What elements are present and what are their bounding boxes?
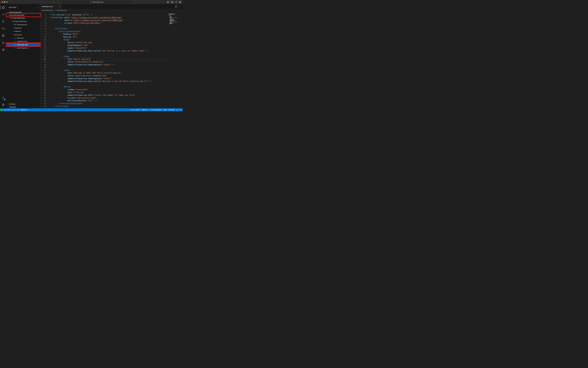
code-line-22[interactable]: 22 Text="Welcome to &#10;.NET Multi-plat… bbox=[40, 72, 183, 74]
code-line-26[interactable]: 26 bbox=[40, 83, 183, 86]
code-line-10[interactable]: 10 <Image bbox=[40, 38, 183, 41]
line-number[interactable]: 13 bbox=[40, 47, 46, 50]
line-number[interactable]: 33 bbox=[40, 102, 46, 105]
line-number[interactable]: 7 bbox=[40, 30, 46, 33]
line-number[interactable]: 22 bbox=[40, 72, 46, 74]
code-line-1[interactable]: 1<?xml version="1.0" encoding="utf-8" ?> bbox=[40, 14, 183, 16]
indentation-indicator[interactable]: Spaces: 4 bbox=[141, 108, 149, 111]
code-editor[interactable]: 1<?xml version="1.0" encoding="utf-8" ?>… bbox=[40, 12, 183, 108]
code-line-30[interactable]: 30 SemanticProperties.Hint="Counts the n… bbox=[40, 94, 183, 97]
line-number[interactable]: 34 bbox=[40, 105, 46, 108]
line-number[interactable]: 1 bbox=[40, 14, 46, 16]
line-number[interactable]: 16 bbox=[40, 55, 46, 58]
status-circle-indicator[interactable] bbox=[175, 108, 179, 111]
line-content[interactable]: </VerticalStackLayout> bbox=[50, 102, 167, 105]
code-line-29[interactable]: 29 Text="Click me" bbox=[40, 91, 183, 94]
breadcrumb-project[interactable]: MyFirstMauiApp bbox=[42, 9, 53, 11]
remote-indicator[interactable]: >< bbox=[0, 108, 3, 111]
code-line-25[interactable]: 25 SemanticProperties.Description="Welco… bbox=[40, 80, 183, 83]
line-number[interactable]: 26 bbox=[40, 83, 46, 86]
problems-indicator[interactable]: ⊘ 0 ⚠ 0 bbox=[3, 108, 11, 111]
chevron-right-icon[interactable] bbox=[13, 41, 14, 42]
encoding-indicator[interactable]: UTF-8 with BOM bbox=[149, 108, 162, 111]
line-content[interactable]: Source="dotnet_bot.png" bbox=[50, 41, 167, 44]
activitybar-source-control[interactable] bbox=[0, 18, 7, 25]
line-content[interactable]: <Label bbox=[50, 55, 167, 58]
explorer-more-actions-icon[interactable]: ⋯ bbox=[36, 6, 38, 9]
line-number[interactable]: 31 bbox=[40, 97, 46, 100]
line-content[interactable]: <Label bbox=[50, 69, 167, 72]
line-number[interactable]: 14 bbox=[40, 50, 46, 52]
debug-indicator[interactable] bbox=[16, 108, 20, 111]
toggle-primary-sidebar-icon[interactable] bbox=[167, 1, 170, 3]
line-content[interactable]: SemanticProperties.HeadingLevel="Level2" bbox=[50, 77, 167, 80]
activitybar-extensions[interactable] bbox=[0, 32, 7, 39]
line-content[interactable]: </ScrollView> bbox=[50, 105, 167, 108]
code-line-12[interactable]: 12 HeightRequest="185" bbox=[40, 44, 183, 47]
code-line-24[interactable]: 24 SemanticProperties.HeadingLevel="Leve… bbox=[40, 77, 183, 80]
line-number[interactable]: 24 bbox=[40, 77, 46, 80]
line-content[interactable]: <ScrollView> bbox=[50, 27, 167, 30]
line-content[interactable]: Text="Welcome to &#10;.NET Multi-platfor… bbox=[50, 72, 167, 74]
line-number[interactable]: 28 bbox=[40, 88, 46, 91]
activitybar-explorer[interactable] bbox=[0, 4, 7, 11]
line-content[interactable]: Spacing="25"> bbox=[50, 36, 167, 38]
line-content[interactable]: SemanticProperties.HeadingLevel="Level1"… bbox=[50, 64, 167, 66]
tree-item-mauiprogram-cs[interactable]: C#MauiProgram.cs bbox=[7, 46, 40, 50]
line-content[interactable] bbox=[50, 83, 167, 86]
code-line-6[interactable]: 6 <ScrollView> bbox=[40, 27, 183, 30]
line-content[interactable]: <Image bbox=[50, 38, 167, 41]
line-number[interactable]: 6 bbox=[40, 27, 46, 30]
code-line-28[interactable]: 28 x:Name="CounterBtn" bbox=[40, 88, 183, 91]
code-line-5[interactable]: 5 bbox=[40, 25, 183, 27]
code-line-11[interactable]: 11 Source="dotnet_bot.png" bbox=[40, 41, 183, 44]
line-content[interactable]: Clicked="OnCounterClicked" bbox=[50, 97, 167, 100]
code-line-23[interactable]: 23 Style="{StaticResource SubHeadline}" bbox=[40, 74, 183, 77]
line-number[interactable]: 10 bbox=[40, 38, 46, 41]
code-line-14[interactable]: 14 SemanticProperties.Description="dot n… bbox=[40, 50, 183, 52]
chevron-right-icon[interactable] bbox=[13, 31, 14, 32]
code-line-15[interactable]: 15 bbox=[40, 52, 183, 55]
code-line-9[interactable]: 9 Spacing="25"> bbox=[40, 36, 183, 38]
line-content[interactable]: Text="Click me" bbox=[50, 91, 167, 94]
line-content[interactable]: <ContentPage xmlns="http://schemas.micro… bbox=[50, 16, 167, 19]
cursor-position-indicator[interactable]: Ln 17, Col 37 bbox=[130, 108, 141, 111]
line-content[interactable] bbox=[50, 66, 167, 69]
code-line-20[interactable]: 20 bbox=[40, 66, 183, 69]
back-button[interactable]: ← bbox=[53, 1, 55, 3]
code-line-31[interactable]: 31 Clicked="OnCounterClicked" bbox=[40, 97, 183, 100]
line-content[interactable]: SemanticProperties.Description="Welcome … bbox=[50, 80, 167, 83]
projects-indicator[interactable]: Projects: 1 bbox=[20, 108, 28, 111]
activitybar-run-debug[interactable] bbox=[0, 25, 7, 32]
chevron-right-icon[interactable] bbox=[13, 34, 14, 36]
customize-layout-icon[interactable] bbox=[179, 1, 181, 3]
close-tab-icon[interactable]: ✕ bbox=[59, 6, 61, 7]
chevron-right-icon[interactable] bbox=[13, 24, 14, 26]
line-number[interactable]: 4 bbox=[40, 22, 46, 25]
editor-more-actions-icon[interactable]: ⋯ bbox=[179, 5, 181, 8]
line-content[interactable]: Style="{StaticResource SubHeadline}" bbox=[50, 74, 167, 77]
line-number[interactable]: 25 bbox=[40, 80, 46, 83]
close-window-button[interactable] bbox=[1, 1, 3, 3]
line-number[interactable]: 32 bbox=[40, 99, 46, 102]
line-number[interactable]: 17 bbox=[40, 58, 46, 61]
line-content[interactable]: SemanticProperties.Description="dot net … bbox=[50, 50, 167, 52]
line-number[interactable]: 30 bbox=[40, 94, 46, 97]
activitybar-dotnet-maui[interactable] bbox=[0, 46, 7, 54]
line-content[interactable]: <VerticalStackLayout bbox=[50, 30, 167, 33]
chevron-down-icon[interactable] bbox=[9, 17, 11, 19]
tree-item-resources[interactable]: Resources bbox=[7, 33, 40, 36]
line-number[interactable]: 11 bbox=[40, 41, 46, 44]
line-number[interactable]: 21 bbox=[40, 69, 46, 72]
activitybar-testing[interactable] bbox=[0, 39, 7, 46]
line-content[interactable]: HeightRequest="185" bbox=[50, 44, 167, 47]
split-editor-icon[interactable] bbox=[175, 6, 177, 8]
line-number[interactable]: 9 bbox=[40, 36, 46, 38]
code-line-27[interactable]: 27 <Button bbox=[40, 85, 183, 88]
toggle-secondary-sidebar-icon[interactable] bbox=[175, 1, 177, 3]
zoom-window-button[interactable] bbox=[6, 1, 8, 3]
tree-item-platforms[interactable]: Platforms bbox=[7, 30, 40, 33]
line-content[interactable]: <Button bbox=[50, 85, 167, 88]
ports-indicator[interactable]: 0 bbox=[11, 108, 16, 111]
line-content[interactable]: HorizontalOptions="Fill" /> bbox=[50, 99, 167, 102]
